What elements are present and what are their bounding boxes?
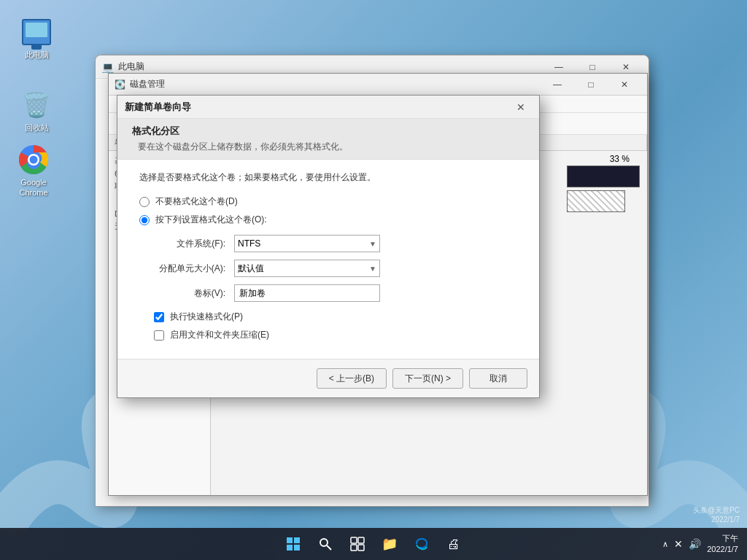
checkbox-group: 执行快速格式化(P) 启用文件和文件夹压缩(E) (154, 311, 517, 341)
modal-overlay: 新建简单卷向导 ✕ 格式化分区 要在这个磁盘分区上储存数据，你必须先将其格式化。… (0, 0, 747, 560)
section-desc: 要在这个磁盘分区上储存数据，你必须先将其格式化。 (132, 141, 525, 153)
fs-value: NTFS (238, 238, 260, 249)
compress-item[interactable]: 启用文件和文件夹压缩(E) (154, 329, 517, 341)
quickformat-label: 执行快速格式化(P) (170, 311, 243, 323)
fs-row: 文件系统(F): NTFS ▼ (154, 235, 517, 252)
vollabel-control (234, 284, 380, 302)
quickformat-item[interactable]: 执行快速格式化(P) (154, 311, 517, 323)
radio-no-format-item[interactable]: 不要格式化这个卷(D) (139, 195, 517, 208)
modal-body: 格式化分区 要在这个磁盘分区上储存数据，你必须先将其格式化。 选择是否要格式化这… (117, 119, 539, 359)
radio-format-label: 按下列设置格式化这个卷(O): (155, 214, 267, 226)
vollabel-row: 卷标(V): (154, 284, 517, 302)
compress-label: 启用文件和文件夹压缩(E) (170, 329, 269, 341)
alloc-select[interactable]: 默认值 ▼ (234, 260, 380, 277)
form-area: 选择是否要格式化这个卷；如果要格式化，要使用什么设置。 不要格式化这个卷(D) … (117, 160, 539, 359)
alloc-control: 默认值 ▼ (234, 260, 380, 277)
fs-control: NTFS ▼ (234, 235, 380, 252)
next-button[interactable]: 下一页(N) > (392, 368, 463, 389)
alloc-label: 分配单元大小(A): (154, 262, 234, 275)
format-fields: 文件系统(F): NTFS ▼ 分配单元大小(A): (154, 235, 517, 302)
section-header: 格式化分区 要在这个磁盘分区上储存数据，你必须先将其格式化。 (117, 119, 539, 160)
radio-group: 不要格式化这个卷(D) 按下列设置格式化这个卷(O): (139, 195, 517, 226)
modal-titlebar: 新建简单卷向导 ✕ (117, 96, 539, 119)
modal-title: 新建简单卷向导 (125, 101, 510, 114)
radio-no-format[interactable] (139, 197, 150, 207)
alloc-row: 分配单元大小(A): 默认值 ▼ (154, 260, 517, 277)
alloc-arrow: ▼ (369, 265, 376, 273)
quickformat-checkbox[interactable] (154, 312, 164, 322)
volume-label-input[interactable] (234, 284, 380, 302)
compress-checkbox[interactable] (154, 330, 164, 341)
fs-select[interactable]: NTFS ▼ (234, 235, 380, 252)
modal-close-button[interactable]: ✕ (510, 98, 532, 116)
form-intro: 选择是否要格式化这个卷；如果要格式化，要使用什么设置。 (139, 171, 517, 184)
section-title: 格式化分区 (132, 125, 525, 138)
radio-format-item[interactable]: 按下列设置格式化这个卷(O): (139, 214, 517, 226)
alloc-value: 默认值 (238, 262, 264, 275)
format-partition-dialog: 新建简单卷向导 ✕ 格式化分区 要在这个磁盘分区上储存数据，你必须先将其格式化。… (117, 95, 540, 398)
fs-label: 文件系统(F): (154, 238, 234, 250)
desktop: 此电脑 🗑️ 回收站 Google Chrome 💻 此电脑 (0, 0, 747, 560)
modal-footer: < 上一步(B) 下一页(N) > 取消 (117, 359, 539, 397)
cancel-button[interactable]: 取消 (469, 368, 527, 389)
vollabel-label: 卷标(V): (154, 287, 234, 300)
fs-arrow: ▼ (369, 240, 376, 248)
radio-format[interactable] (139, 215, 150, 225)
back-button[interactable]: < 上一步(B) (317, 368, 387, 389)
radio-no-format-label: 不要格式化这个卷(D) (155, 195, 238, 208)
